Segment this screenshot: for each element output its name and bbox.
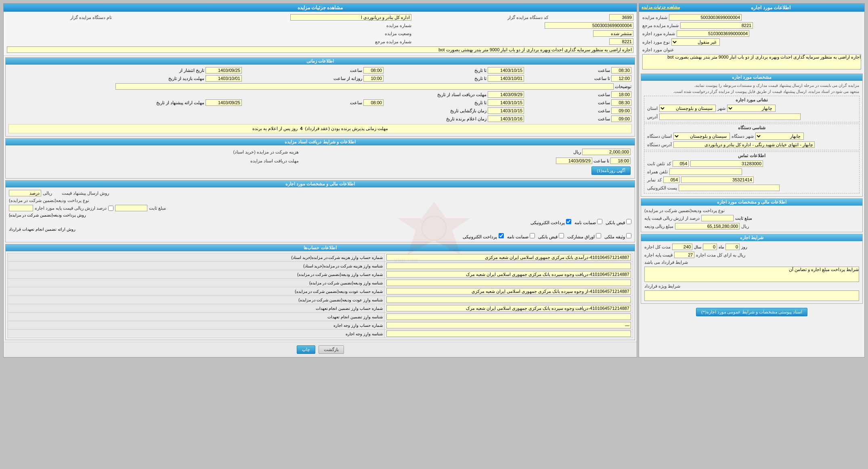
auction-title-input[interactable]: [7, 46, 633, 53]
time1a-input[interactable]: [363, 67, 384, 74]
deposit-currency: ریال: [741, 224, 749, 229]
base-price-r-input[interactable]: [9, 205, 33, 211]
payment-bank-checkbox[interactable]: [626, 219, 631, 224]
email-input[interactable]: [679, 185, 780, 191]
fee-input[interactable]: [582, 149, 631, 155]
time2a-input[interactable]: [363, 75, 384, 82]
winner-time-input[interactable]: [611, 116, 631, 122]
auction-status-label: وضعیت مزایده: [5, 29, 413, 38]
rent-number-input[interactable]: [677, 30, 749, 37]
phone-input[interactable]: [690, 160, 763, 167]
submit-datea-input[interactable]: [205, 99, 242, 106]
fixed-amount-checkbox[interactable]: [108, 206, 113, 211]
manager-code-input[interactable]: [609, 14, 633, 21]
acc5-label: شماره حساب عودت ودیعه(تضمین شرکت در مزای…: [8, 287, 385, 296]
deposit-type-r-label: نوع پرداخت ودیعه(تضمین شرکت در مزایده): [9, 198, 89, 203]
acc7-input[interactable]: [386, 305, 631, 311]
date1a-input[interactable]: [205, 67, 242, 74]
cg-guarantee-checkbox[interactable]: [530, 233, 535, 238]
acc1-input[interactable]: [386, 254, 631, 261]
attach-button[interactable]: اسناد پیوستی مشخصات و شرایط عمومی مورد ا…: [696, 308, 807, 316]
doc-deadline-date-input[interactable]: [556, 158, 592, 164]
city-select[interactable]: چابهار: [727, 105, 776, 112]
winner-date-input[interactable]: [488, 116, 524, 122]
ad-type-button[interactable]: آگهی روزنامه(1): [591, 166, 631, 175]
cg-participation-checkbox[interactable]: [596, 233, 601, 238]
right-panel-title: مشاهده جزئیات مزایده: [298, 5, 343, 11]
ref-num-input[interactable]: [609, 38, 633, 45]
acc9-input[interactable]: [386, 322, 631, 328]
print-button[interactable]: چاپ: [297, 345, 315, 354]
opening-date-input[interactable]: [488, 107, 524, 114]
address-label: آدرس: [647, 114, 658, 120]
payment-guarantee-checkbox[interactable]: [597, 219, 602, 224]
base-pct-label: درصد از ارزش ریالی قیمت پایه: [644, 216, 700, 221]
acc5-input[interactable]: [386, 288, 631, 294]
fixed-amount-r-input[interactable]: [115, 205, 147, 211]
acc6-label: شناسه وارِز عودت ودیعه(تضمین شرکت در مزا…: [8, 296, 385, 304]
manager-name-label: نام دستگاه مزایده گزار: [5, 13, 113, 21]
manager-name-input[interactable]: [290, 14, 411, 21]
mobile-label: تلفن همراه: [647, 169, 668, 175]
cg-property-checkbox[interactable]: [626, 233, 631, 238]
date2a-input[interactable]: [205, 75, 242, 82]
date1b-input[interactable]: [488, 67, 524, 74]
spec-note1: مزایده گران می بایست در مرحله ارسال پیشن…: [643, 82, 861, 88]
auction-num-input[interactable]: [545, 22, 633, 29]
opening-time-input[interactable]: [611, 107, 631, 114]
acc1-label: شماره حساب وارِز هزینه شرکت در مزایده(خر…: [8, 253, 385, 262]
back-button[interactable]: بازگشت: [319, 345, 344, 354]
specs-header: مشخصات مورد اجاره: [641, 74, 862, 81]
email-label: پست الکترونیکی: [647, 185, 677, 191]
receipt-date-input[interactable]: [488, 91, 524, 98]
acc3-input[interactable]: [386, 271, 631, 278]
fax-code-label: کد: [657, 177, 662, 183]
years-input[interactable]: [672, 244, 692, 250]
receipt-time-input[interactable]: [611, 91, 631, 98]
device-province-select[interactable]: سیستان و بلوچستان: [673, 132, 730, 140]
acc2-input[interactable]: [386, 263, 631, 269]
mobile-input[interactable]: [669, 168, 742, 175]
view-details-link[interactable]: مشاهده جزئیات مزایده: [642, 5, 680, 9]
days-input[interactable]: [725, 244, 740, 250]
cg-electronic-checkbox[interactable]: [499, 233, 504, 238]
fax-input[interactable]: [681, 177, 754, 183]
conditions-textarea[interactable]: شرایط پرداخت مبلغ اجاره و تضامن آن: [644, 267, 859, 282]
phone-code-input[interactable]: [673, 160, 689, 167]
type-select[interactable]: غیر منقول: [671, 38, 720, 46]
fax-code-input[interactable]: [663, 177, 679, 183]
device-city-select[interactable]: چابهار: [755, 132, 804, 140]
months-input[interactable]: [703, 244, 717, 250]
docs-section-header: اطلاعات و شرایط دریافت اسناد مزایده: [6, 139, 635, 145]
acc10-input[interactable]: [386, 330, 631, 337]
submit-timea-input[interactable]: [363, 99, 384, 106]
acc4-input[interactable]: [386, 280, 631, 286]
title-textarea[interactable]: اجاره اراضی به منظور سرمایه گذاری احداث …: [642, 54, 861, 69]
province-select[interactable]: سیستان و بلوچستان: [659, 105, 716, 112]
notes-input[interactable]: [115, 83, 614, 90]
time2b-input[interactable]: [611, 75, 631, 82]
deposit-amount-input[interactable]: [675, 223, 740, 229]
date2b-input[interactable]: [488, 75, 524, 82]
conditions-label: شرایط قرارداد می باشد: [644, 260, 688, 265]
currency-input[interactable]: [9, 190, 41, 196]
base-rent-label: قیمت پایه اجاره: [644, 252, 673, 258]
auction-status-input[interactable]: [593, 30, 633, 37]
address-section-title: نشانی مورد اجاره: [646, 97, 858, 103]
time1b-input[interactable]: [611, 67, 631, 74]
acc8-input[interactable]: [386, 313, 631, 320]
cg-bank-checkbox[interactable]: [559, 233, 564, 238]
base-rent-input[interactable]: [674, 252, 694, 258]
submit-dateb-input[interactable]: [488, 99, 524, 106]
rent-number-label: شماره مورد اجاره: [642, 31, 675, 36]
doc-deadline-time-input[interactable]: [610, 158, 631, 164]
reference-number-input[interactable]: [680, 22, 753, 29]
device-address-input[interactable]: [673, 141, 815, 148]
payment-electronic-checkbox[interactable]: [566, 219, 571, 224]
address-input[interactable]: [659, 114, 801, 120]
acc6-input[interactable]: [386, 297, 631, 303]
submit-timeb-input[interactable]: [611, 99, 631, 106]
base-pct-input[interactable]: [701, 215, 734, 221]
auction-number-input[interactable]: [669, 14, 742, 21]
special-conditions-textarea[interactable]: [644, 290, 859, 301]
